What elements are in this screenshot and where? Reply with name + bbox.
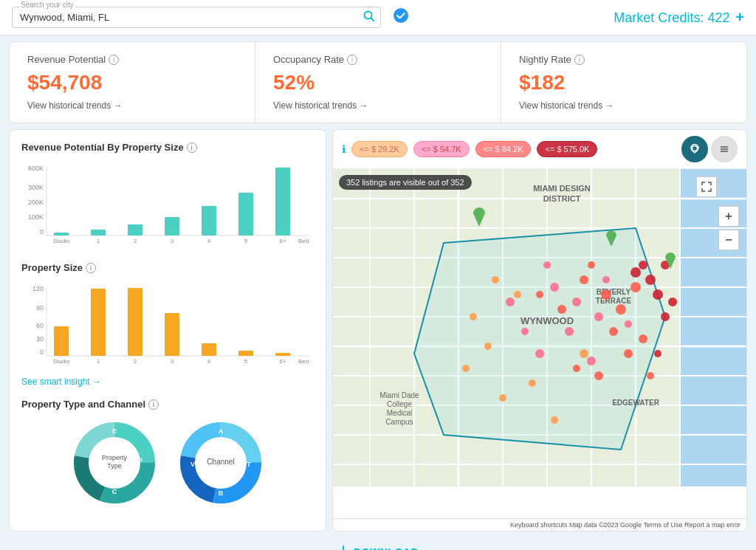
svg-text:Property: Property bbox=[102, 454, 128, 461]
svg-text:0: 0 bbox=[40, 228, 44, 236]
info-icon-occupancy[interactable]: i bbox=[347, 55, 357, 65]
svg-point-109 bbox=[580, 349, 588, 358]
map-pin-view-button[interactable] bbox=[681, 136, 708, 162]
info-icon-nightly[interactable]: i bbox=[574, 55, 585, 65]
price-badge-3[interactable]: <= $ 84.2K bbox=[475, 141, 532, 157]
channel-donut: Channel A T B V bbox=[176, 419, 265, 507]
revenue-bar-chart: 600K 300K 200K 100K 0 Studio 1 bbox=[21, 162, 314, 250]
listings-badge: 352 listings are visible out of 352 bbox=[339, 175, 472, 190]
kpi-link-revenue[interactable]: View historical trends → bbox=[27, 100, 237, 111]
svg-rect-34 bbox=[91, 289, 106, 356]
map-toolbar: ℹ <= $ 29.2K <= $ 54.7K <= $ 84.2K <= $ … bbox=[333, 130, 746, 169]
svg-point-122 bbox=[601, 289, 611, 300]
kpi-value-revenue: $54,708 bbox=[27, 71, 237, 94]
svg-point-119 bbox=[625, 320, 632, 328]
map-fullscreen-button[interactable] bbox=[696, 176, 717, 197]
svg-point-133 bbox=[536, 291, 543, 298]
map-info-icon[interactable]: ℹ bbox=[342, 143, 346, 155]
kpi-value-nightly: $182 bbox=[519, 71, 729, 94]
svg-point-2 bbox=[394, 8, 408, 23]
svg-text:E: E bbox=[112, 427, 117, 435]
price-badge-2[interactable]: <= $ 54.7K bbox=[413, 141, 470, 157]
svg-text:6+: 6+ bbox=[279, 358, 286, 365]
svg-text:30: 30 bbox=[36, 335, 44, 343]
svg-rect-18 bbox=[202, 206, 216, 236]
svg-text:3: 3 bbox=[171, 238, 174, 244]
map-info-bar: Keyboard shortcuts Map data ©2023 Google… bbox=[333, 518, 746, 531]
zoom-in-button[interactable]: + bbox=[718, 206, 739, 227]
map-view-buttons bbox=[681, 136, 738, 162]
svg-text:WYNWOOD: WYNWOOD bbox=[520, 315, 574, 326]
svg-text:4: 4 bbox=[207, 358, 211, 365]
map-footer-text: Keyboard shortcuts Map data ©2023 Google… bbox=[510, 521, 740, 529]
main-content: Revenue Potential By Property Size i 600… bbox=[9, 129, 747, 532]
zoom-out-button[interactable]: − bbox=[718, 230, 739, 250]
list-view-button[interactable] bbox=[711, 136, 738, 162]
svg-point-117 bbox=[506, 298, 515, 306]
svg-point-67 bbox=[693, 146, 698, 151]
info-icon-ptc[interactable]: i bbox=[148, 399, 159, 410]
header: Search your city Market Credits: 422 + bbox=[0, 0, 756, 35]
svg-text:MIAMI DESIGN: MIAMI DESIGN bbox=[533, 184, 591, 193]
svg-rect-20 bbox=[238, 193, 253, 236]
svg-point-116 bbox=[587, 357, 596, 365]
svg-text:Studio: Studio bbox=[53, 238, 70, 244]
search-button[interactable] bbox=[363, 10, 375, 25]
svg-marker-91 bbox=[414, 228, 665, 450]
svg-point-108 bbox=[462, 365, 470, 372]
search-input[interactable] bbox=[12, 7, 381, 28]
svg-text:6+: 6+ bbox=[279, 238, 286, 244]
svg-text:C: C bbox=[112, 488, 117, 495]
download-bar: DOWNLOAD bbox=[9, 537, 747, 550]
market-credits[interactable]: Market Credits: 422 + bbox=[611, 9, 744, 26]
search-label: Search your city bbox=[19, 1, 75, 9]
map-controls: + − bbox=[718, 206, 739, 250]
svg-text:0: 0 bbox=[40, 348, 44, 356]
svg-text:5: 5 bbox=[244, 238, 248, 244]
svg-rect-38 bbox=[165, 313, 179, 356]
svg-text:120: 120 bbox=[32, 285, 44, 292]
download-button[interactable]: DOWNLOAD bbox=[337, 545, 419, 550]
property-type-channel-section: Property Type and Channel i bbox=[21, 399, 314, 507]
svg-point-113 bbox=[594, 312, 603, 321]
svg-point-115 bbox=[535, 349, 544, 358]
svg-text:Type: Type bbox=[107, 462, 122, 470]
svg-text:T: T bbox=[247, 461, 251, 468]
svg-point-106 bbox=[499, 394, 506, 402]
kpi-row: Revenue Potential i $54,708 View histori… bbox=[9, 41, 747, 123]
svg-rect-22 bbox=[275, 168, 290, 236]
info-icon-revenue[interactable]: i bbox=[109, 55, 119, 65]
price-badge-1[interactable]: <= $ 29.2K bbox=[351, 141, 408, 157]
property-type-channel-title: Property Type and Channel i bbox=[21, 399, 314, 410]
svg-point-136 bbox=[645, 275, 656, 285]
svg-point-131 bbox=[557, 305, 566, 314]
svg-text:60: 60 bbox=[36, 322, 44, 329]
svg-line-1 bbox=[371, 18, 374, 21]
svg-point-127 bbox=[588, 261, 595, 269]
info-icon-revenue-chart[interactable]: i bbox=[187, 142, 197, 153]
svg-point-111 bbox=[550, 283, 559, 292]
kpi-link-occupancy[interactable]: View historical trends → bbox=[273, 100, 483, 111]
svg-text:EDGEWATER: EDGEWATER bbox=[612, 399, 659, 407]
svg-point-142 bbox=[654, 350, 662, 357]
svg-point-121 bbox=[521, 328, 529, 335]
verified-badge bbox=[393, 7, 409, 27]
svg-point-129 bbox=[624, 349, 633, 358]
download-icon bbox=[337, 545, 349, 550]
add-credits-icon[interactable]: + bbox=[735, 9, 744, 25]
svg-rect-40 bbox=[202, 343, 216, 356]
kpi-link-nightly[interactable]: View historical trends → bbox=[519, 100, 729, 111]
svg-text:4: 4 bbox=[207, 238, 211, 244]
svg-text:1: 1 bbox=[97, 358, 100, 365]
svg-rect-14 bbox=[128, 224, 142, 236]
svg-text:Channel: Channel bbox=[207, 458, 234, 466]
see-insight-link[interactable]: See smart insight → bbox=[21, 377, 101, 387]
svg-point-128 bbox=[639, 334, 647, 343]
price-badge-4[interactable]: <= $ 575.0K bbox=[537, 141, 597, 157]
info-icon-property-size[interactable]: i bbox=[86, 263, 96, 273]
svg-text:P: P bbox=[138, 457, 142, 464]
svg-rect-42 bbox=[238, 351, 253, 356]
revenue-chart-section: Revenue Potential By Property Size i 600… bbox=[21, 142, 314, 250]
svg-point-104 bbox=[470, 313, 477, 320]
svg-point-135 bbox=[653, 289, 663, 300]
